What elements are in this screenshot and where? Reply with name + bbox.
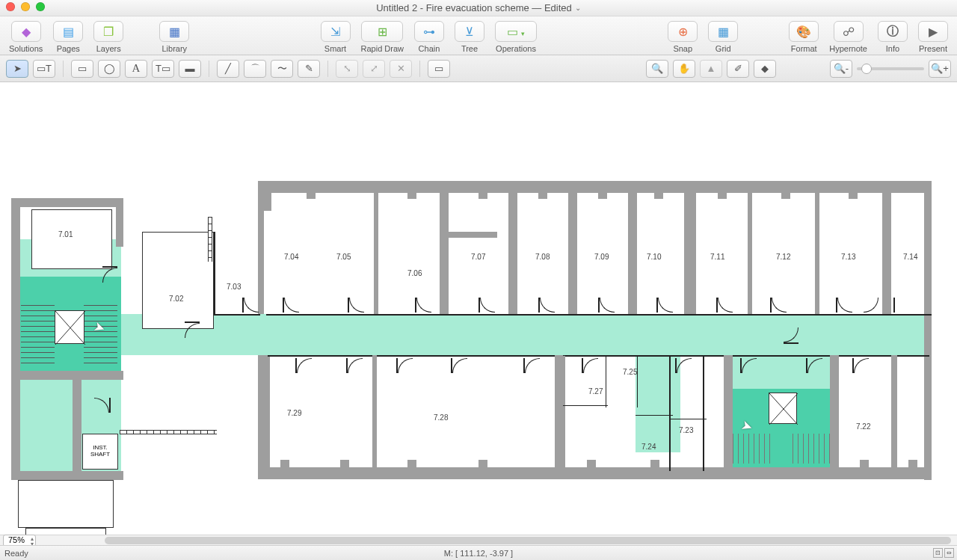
fill-tool[interactable]: ▲ [700, 60, 722, 78]
room-label: 7.03 [227, 283, 241, 291]
pages-button[interactable]: ▤Pages [50, 21, 86, 53]
eyedropper-tool[interactable]: ✐ [727, 60, 749, 78]
window-title[interactable]: Untitled 2 - Fire evacuation scheme — Ed… [376, 2, 581, 13]
room [31, 209, 112, 269]
minimize-icon[interactable] [21, 2, 30, 11]
room-label: 7.07 [471, 253, 485, 261]
hypernote-icon: ☍ [843, 25, 855, 39]
chain-icon: ⊶ [423, 25, 435, 39]
stairs-icon [733, 434, 772, 464]
door-icon [538, 298, 555, 314]
chain-button[interactable]: ⊶Chain [411, 21, 447, 53]
window-strip [208, 217, 212, 262]
format-button[interactable]: 🎨Format [786, 21, 822, 53]
curve-tool[interactable]: 〜 [271, 60, 293, 78]
main-toolbar: ◆Solutions ▤Pages ❐Layers ▦Library ⇲Smar… [0, 16, 957, 55]
present-icon: ▶ [929, 25, 938, 39]
wall [724, 355, 733, 471]
door-icon [295, 357, 312, 373]
door-icon [852, 357, 869, 373]
door-icon [415, 298, 431, 314]
room-label: 7.23 [679, 426, 693, 434]
layers-button[interactable]: ❐Layers [90, 21, 126, 53]
callout-tool[interactable]: ▬ [179, 60, 201, 78]
wall [214, 314, 260, 316]
pointer-tool[interactable]: ➤ [6, 60, 28, 78]
door-icon [656, 298, 673, 314]
connector-tool-2[interactable]: ⤢ [363, 60, 385, 78]
hypernote-button[interactable]: ☍Hypernote [826, 21, 870, 53]
pen-tool[interactable]: ✎ [298, 60, 320, 78]
solutions-button[interactable]: ◆Solutions [6, 21, 46, 53]
fit-page-icon[interactable]: ⊡ [933, 548, 943, 558]
stairs-icon [21, 305, 55, 366]
wall [440, 187, 449, 316]
wall [11, 371, 123, 380]
elevator [769, 393, 797, 424]
wall [555, 355, 565, 479]
clone-tool[interactable]: ▭ [428, 60, 450, 78]
h-scrollbar[interactable]: 75%▴▾ [0, 535, 957, 545]
page-icon: ▤ [63, 25, 74, 39]
wall [266, 314, 932, 316]
title-text: Untitled 2 - Fire evacuation scheme — Ed… [376, 2, 572, 13]
room-label: 7.27 [588, 387, 603, 396]
door-icon [878, 298, 895, 314]
line-tool[interactable]: ╱ [217, 60, 239, 78]
rapid-draw-button[interactable]: ⊞Rapid Draw [358, 21, 407, 53]
zoom-in-button[interactable]: 🔍+ [929, 60, 951, 78]
room-label: 7.22 [856, 422, 870, 431]
door-icon [478, 298, 495, 314]
library-button[interactable]: ▦Library [156, 21, 192, 53]
arc-tool[interactable]: ⌒ [244, 60, 266, 78]
door-icon [396, 357, 413, 373]
text-tool[interactable]: A [125, 60, 147, 78]
zoom-slider[interactable] [857, 67, 924, 70]
grid-button[interactable]: ▦Grid [705, 21, 741, 53]
room-label: 7.10 [647, 253, 661, 261]
text-box-tool[interactable]: T▭ [152, 60, 174, 78]
fit-width-icon[interactable]: ⇔ [944, 548, 954, 558]
wall [258, 181, 271, 211]
close-icon[interactable] [6, 2, 15, 11]
snap-button[interactable]: ⊕Snap [665, 21, 701, 53]
wall [258, 209, 264, 314]
wall [815, 187, 819, 316]
connector-tool-3[interactable]: ✕ [390, 60, 412, 78]
evac-path [265, 314, 931, 355]
door-icon [716, 298, 733, 314]
pan-tool[interactable]: ✋ [673, 60, 695, 78]
info-button[interactable]: ⓘInfo [875, 21, 911, 53]
zoom-out-button[interactable]: 🔍- [830, 60, 852, 78]
wall [11, 198, 123, 207]
tree-button[interactable]: ⊻Tree [452, 21, 487, 53]
inst-shaft: INST. SHAFT [82, 434, 118, 470]
room-label: 7.28 [434, 413, 448, 422]
room-label: 7.05 [336, 253, 351, 261]
door-icon [451, 357, 467, 373]
ellipse-tool[interactable]: ◯ [98, 60, 120, 78]
canvas[interactable]: INST. SHAFT [0, 82, 957, 535]
door-icon [346, 357, 363, 373]
room-label: 7.02 [169, 295, 183, 303]
fullscreen-icon[interactable] [36, 2, 45, 11]
eraser-tool[interactable]: ◆ [754, 60, 776, 78]
smart-button[interactable]: ⇲Smart [318, 21, 354, 53]
wall [258, 181, 931, 193]
door-icon [675, 357, 692, 373]
wall [11, 471, 123, 480]
present-button[interactable]: ▶Present [915, 21, 951, 53]
door-icon [582, 357, 598, 373]
rectangle-tool[interactable]: ▭ [71, 60, 93, 78]
door-icon [806, 357, 822, 373]
diamond-icon: ◆ [22, 25, 31, 39]
snap-icon: ⊕ [678, 25, 688, 39]
zoom-tool[interactable]: 🔍 [646, 60, 668, 78]
scrollbar-thumb[interactable] [105, 537, 951, 544]
operations-button[interactable]: ▭ ▾Operations [492, 21, 540, 53]
connector-tool-1[interactable]: ⤡ [336, 60, 358, 78]
status-text: Ready [4, 549, 28, 558]
door-icon [523, 357, 540, 373]
room-label: 7.08 [535, 253, 550, 261]
text-frame-tool[interactable]: ▭T [33, 60, 55, 78]
